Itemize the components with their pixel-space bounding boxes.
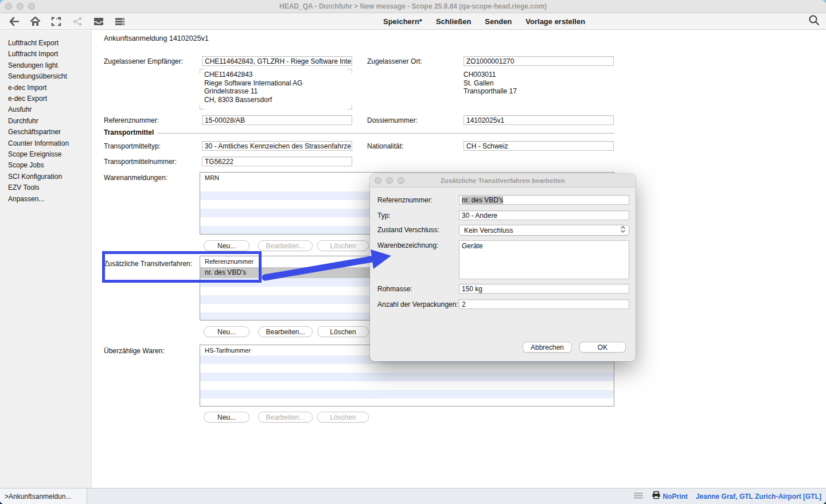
transportmittel-section-title: Transportmittel bbox=[104, 128, 154, 136]
warenanmeldungen-new-button[interactable]: Neu... bbox=[204, 240, 250, 251]
dialog-typ-input[interactable]: 30 - Andere bbox=[459, 210, 629, 220]
warenanmeldungen-label: Warenanmeldungen: bbox=[104, 174, 167, 182]
ort-address: CH003011 St. Gallen Transporthalle 17 bbox=[463, 71, 517, 96]
sidebar-item-sci-konfiguration[interactable]: SCI Konfiguration bbox=[0, 171, 91, 182]
sidebar-item-sendungen-light[interactable]: Sendungen light bbox=[0, 60, 91, 71]
close-window-button[interactable] bbox=[5, 3, 12, 10]
empty-rows bbox=[200, 355, 614, 406]
printer-status[interactable]: NoPrint bbox=[652, 491, 688, 502]
sidebar-item-edec-export[interactable]: e-dec Export bbox=[0, 93, 91, 104]
ueberzaehlige-edit-button[interactable]: Bearbeiten... bbox=[258, 412, 313, 423]
send-button[interactable]: Senden bbox=[485, 17, 512, 26]
toolbar: Speichern* Schließen Senden Vorlage erst… bbox=[0, 13, 826, 30]
referenznummer-input[interactable]: 15-00028/AB bbox=[202, 115, 352, 125]
dialog-zustand-verschluss-select[interactable]: Kein Verschluss bbox=[459, 225, 629, 236]
dialog-cancel-button[interactable]: Abbrechen bbox=[523, 342, 572, 353]
dialog-title: Zusätzliche Transitverfahren bearbeiten bbox=[370, 177, 636, 184]
annotation-arrow bbox=[252, 236, 402, 288]
zugelassener-empfaenger-input[interactable]: CHE114642843, GTLZRH - Riege Software In… bbox=[202, 56, 352, 66]
dialog-titlebar: Zusätzliche Transitverfahren bearbeiten bbox=[370, 174, 636, 187]
message-stack-icon[interactable] bbox=[114, 16, 126, 26]
sidebar-item-durchfuhr[interactable]: Durchfuhr bbox=[0, 116, 91, 127]
dialog-rohmasse-input[interactable]: 150 kg bbox=[459, 284, 629, 294]
transitverfahren-delete-button[interactable]: Löschen bbox=[317, 326, 369, 337]
referenznummer-label: Referenznummer: bbox=[104, 116, 159, 124]
inbox-icon[interactable] bbox=[93, 16, 104, 26]
empfaenger-address-panel: CHE114642843 Riege Software Internationa… bbox=[200, 69, 352, 110]
create-template-button[interactable]: Vorlage erstellen bbox=[525, 17, 585, 26]
sidebar-item-ausfuhr[interactable]: Ausfuhr bbox=[0, 104, 91, 115]
annotation-box bbox=[102, 251, 262, 283]
noprint-label: NoPrint bbox=[663, 493, 688, 501]
sidebar-item-scope-ereignisse[interactable]: Scope Ereignisse bbox=[0, 149, 91, 160]
sidebar-item-anpassen[interactable]: Anpassen... bbox=[0, 194, 91, 205]
transitverfahren-new-button[interactable]: Neu... bbox=[204, 326, 250, 337]
dialog-typ-label: Typ: bbox=[377, 212, 391, 220]
dossiernummer-label: Dossiernummer: bbox=[367, 116, 418, 124]
nationalitaet-input[interactable]: CH - Schweiz bbox=[463, 141, 614, 151]
close-button[interactable]: Schließen bbox=[436, 17, 471, 26]
stepper-icon bbox=[620, 225, 626, 235]
app-window: HEAD_QA - Durchfuhr > New message - Scop… bbox=[0, 0, 826, 504]
dialog-zustand-verschluss-label: Zustand Verschluss: bbox=[377, 226, 439, 234]
address-line: Transporthalle 17 bbox=[463, 87, 517, 96]
nationalitaet-label: Nationalität: bbox=[367, 142, 403, 150]
sidebar-item-sendungsuebersicht[interactable]: Sendungsübersicht bbox=[0, 71, 91, 82]
dialog-referenznummer-label: Referenznummer: bbox=[377, 196, 433, 204]
page-title: Ankunftsanmeldung 14102025v1 bbox=[104, 34, 209, 42]
sidebar-item-ezv-tools[interactable]: EZV Tools bbox=[0, 182, 91, 193]
zugelassener-empfaenger-label: Zugelassener Empfänger: bbox=[104, 57, 183, 65]
ueberzaehlige-waren-label: Überzählige Waren: bbox=[104, 347, 165, 355]
window-title: HEAD_QA - Durchfuhr > New message - Scop… bbox=[0, 2, 826, 10]
address-line: CH003011 bbox=[463, 71, 517, 79]
sidebar: Luftfracht Export Luftfracht Import Send… bbox=[0, 30, 92, 488]
transportmittelnummer-input[interactable]: TG56222 bbox=[202, 157, 352, 166]
status-tab[interactable]: >Ankunftsanmeldun... bbox=[0, 489, 87, 504]
ueberzaehlige-new-button[interactable]: Neu... bbox=[204, 412, 250, 423]
address-line: CHE114642843 bbox=[204, 71, 302, 79]
address-line: St. Gallen bbox=[463, 79, 517, 88]
search-icon[interactable] bbox=[808, 14, 820, 29]
address-line: CH, 8303 Bassersdorf bbox=[204, 96, 302, 104]
queue-icon[interactable] bbox=[633, 491, 644, 502]
sidebar-item-geschaeftspartner[interactable]: Geschäftspartner bbox=[0, 127, 91, 138]
transportmittelnummer-label: Transportmittelnummer: bbox=[104, 158, 177, 166]
printer-icon bbox=[652, 491, 661, 502]
transportmittel-section: Transportmittel bbox=[104, 128, 614, 136]
sidebar-item-counter-information[interactable]: Counter Information bbox=[0, 138, 91, 149]
back-icon[interactable] bbox=[8, 16, 20, 26]
share-icon bbox=[72, 16, 83, 26]
dialog-anzahl-verpackungen-label: Anzahl der Verpackungen: bbox=[377, 300, 458, 308]
current-user-link[interactable]: Jeanne Graf, GTL Zurich-Airport [GTL] bbox=[696, 493, 821, 501]
empfaenger-address: CHE114642843 Riege Software Internationa… bbox=[204, 71, 302, 104]
transportmitteltyp-input[interactable]: 30 - Amtliches Kennzeichen des Strassenf… bbox=[202, 141, 352, 151]
home-icon[interactable] bbox=[29, 16, 41, 26]
transitverfahren-edit-button[interactable]: Bearbeiten... bbox=[258, 326, 313, 337]
dossiernummer-input[interactable]: 14102025v1 bbox=[463, 115, 614, 125]
transportmitteltyp-label: Transportmitteltyp: bbox=[104, 142, 161, 150]
dialog-referenznummer-input[interactable]: nr. des VBD's bbox=[459, 195, 629, 205]
address-line: Grindelstrasse 11 bbox=[204, 87, 302, 96]
dialog-warenbezeichnung-textarea[interactable]: Geräte bbox=[459, 240, 629, 279]
dialog-ok-button[interactable]: OK bbox=[579, 342, 626, 353]
edit-transitverfahren-dialog: Zusätzliche Transitverfahren bearbeiten … bbox=[370, 174, 636, 361]
sidebar-item-scope-jobs[interactable]: Scope Jobs bbox=[0, 160, 91, 171]
selected-text: nr. des VBD's bbox=[462, 196, 503, 204]
titlebar: HEAD_QA - Durchfuhr > New message - Scop… bbox=[0, 0, 826, 13]
section-divider bbox=[157, 133, 614, 134]
zoom-window-button[interactable] bbox=[28, 3, 35, 10]
zugelassener-ort-input[interactable]: ZO1000001270 bbox=[463, 56, 614, 66]
zugelassener-ort-label: Zugelassener Ort: bbox=[367, 57, 422, 65]
sidebar-item-edec-import[interactable]: e-dec Import bbox=[0, 83, 91, 93]
ueberzaehlige-delete-button[interactable]: Löschen bbox=[317, 412, 369, 423]
statusbar: >Ankunftsanmeldun... NoPrint Jeanne Graf… bbox=[0, 488, 826, 504]
address-line: Riege Software International AG bbox=[204, 79, 302, 88]
sidebar-item-luftfracht-import[interactable]: Luftfracht Import bbox=[0, 49, 91, 60]
select-value: Kein Verschluss bbox=[464, 226, 620, 235]
dialog-anzahl-verpackungen-input[interactable]: 2 bbox=[459, 299, 629, 309]
fullscreen-icon[interactable] bbox=[50, 16, 62, 26]
sidebar-item-luftfracht-export[interactable]: Luftfracht Export bbox=[0, 38, 91, 49]
minimize-window-button[interactable] bbox=[17, 3, 24, 10]
save-button[interactable]: Speichern* bbox=[383, 17, 422, 26]
